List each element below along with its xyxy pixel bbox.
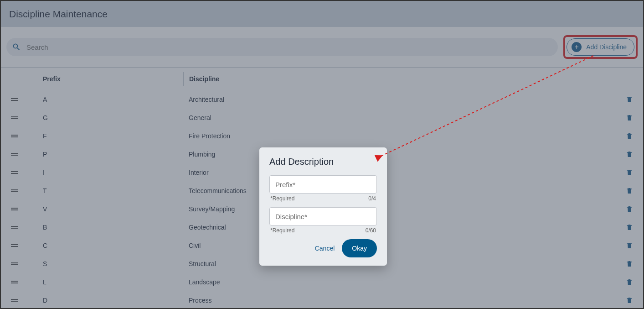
prefix-counter: 0/4: [368, 195, 376, 202]
prefix-input[interactable]: [269, 175, 377, 194]
discipline-required-label: *Required: [270, 227, 294, 234]
modal-title: Add Description: [269, 157, 377, 167]
add-description-modal: Add Description *Required 0/4 *Required …: [259, 147, 387, 266]
discipline-counter: 0/60: [366, 227, 376, 234]
discipline-input[interactable]: [269, 207, 377, 225]
okay-button[interactable]: Okay: [342, 239, 377, 257]
prefix-required-label: *Required: [270, 195, 294, 202]
cancel-button[interactable]: Cancel: [315, 245, 335, 252]
